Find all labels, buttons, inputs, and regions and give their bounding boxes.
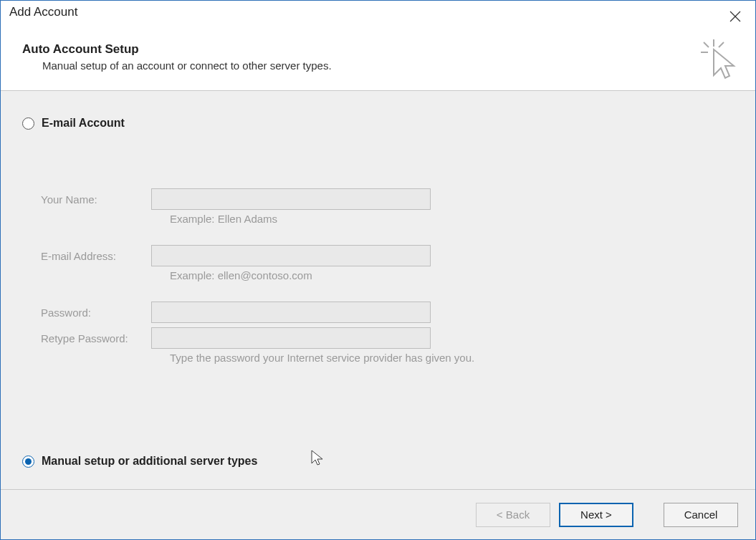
header-subtitle: Manual setup of an account or connect to… <box>22 59 734 72</box>
window-title: Add Account <box>9 5 77 19</box>
password-label: Password: <box>41 307 151 319</box>
email-input <box>151 245 431 266</box>
wizard-footer: < Back Next > Cancel <box>1 489 755 539</box>
back-button: < Back <box>476 503 550 527</box>
email-label: E-mail Address: <box>41 250 151 262</box>
radio-icon <box>22 455 34 468</box>
name-label: Your Name: <box>41 193 151 206</box>
close-button[interactable] <box>721 5 750 28</box>
password-hint: Type the password your Internet service … <box>170 352 734 364</box>
name-hint: Example: Ellen Adams <box>170 213 734 225</box>
wizard-body: E-mail Account Your Name: Example: Ellen… <box>1 91 755 489</box>
email-hint: Example: ellen@contoso.com <box>170 269 734 281</box>
radio-email-account[interactable]: E-mail Account <box>22 117 734 130</box>
add-account-wizard: Add Account Auto Account Setup Manual se… <box>0 0 756 540</box>
svg-line-4 <box>704 42 709 47</box>
radio-email-account-label: E-mail Account <box>42 117 125 130</box>
close-icon <box>729 11 741 22</box>
radio-manual-setup[interactable]: Manual setup or additional server types <box>22 455 257 468</box>
wizard-header: Auto Account Setup Manual setup of an ac… <box>1 29 755 91</box>
cancel-button[interactable]: Cancel <box>664 503 738 527</box>
header-title: Auto Account Setup <box>22 42 734 57</box>
radio-manual-setup-label: Manual setup or additional server types <box>42 455 257 468</box>
name-input <box>151 188 431 210</box>
retype-password-label: Retype Password: <box>41 332 151 344</box>
retype-password-input <box>151 327 431 349</box>
title-bar: Add Account <box>1 1 755 29</box>
next-button[interactable]: Next > <box>559 503 633 527</box>
email-form: Your Name: Example: Ellen Adams E-mail A… <box>22 187 734 364</box>
radio-icon <box>22 117 34 130</box>
click-cursor-icon <box>701 39 738 85</box>
mouse-cursor-icon <box>310 449 325 469</box>
svg-line-5 <box>719 42 724 47</box>
password-input <box>151 302 431 323</box>
